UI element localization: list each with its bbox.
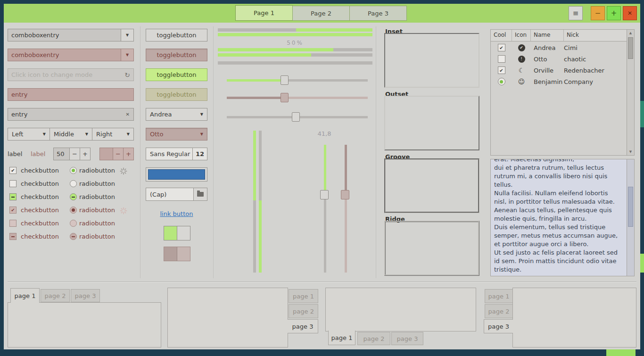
vprogressbar-fill: [253, 131, 256, 200]
scrollbar-thumb[interactable]: [628, 37, 633, 59]
file-chooser-button[interactable]: (Cap): [146, 188, 207, 201]
close-button[interactable]: ✕: [623, 6, 637, 20]
radiobutton-selected[interactable]: [70, 167, 77, 174]
row-checkbox-checked[interactable]: ✔: [498, 66, 505, 74]
column-header-icon[interactable]: Icon: [512, 30, 531, 41]
notebook-bottom-tab-page2[interactable]: page 2: [357, 332, 390, 345]
column-header-nick[interactable]: Nick: [564, 30, 627, 41]
spinbutton-value[interactable]: 50: [54, 148, 69, 160]
switch-on[interactable]: [164, 226, 190, 240]
dropdown-middle[interactable]: Middle ▼: [50, 128, 92, 141]
vprogressbar-trough: [259, 131, 262, 200]
spinbutton-decrement[interactable]: −: [69, 148, 80, 160]
file-chooser-open-segment[interactable]: [193, 188, 207, 200]
progressbar-fill: [296, 28, 372, 32]
dropdown-right[interactable]: Right ▼: [92, 128, 134, 141]
tab-label: page 3: [75, 292, 96, 299]
cell-name: Benjamin: [531, 78, 564, 85]
switch-knob[interactable]: [177, 226, 190, 240]
textview-text[interactable]: erat. Maecenas dignissim,dui et pharetra…: [494, 159, 625, 275]
radiobutton-label[interactable]: radiobutton: [79, 166, 115, 175]
textview[interactable]: erat. Maecenas dignissim,dui et pharetra…: [490, 159, 635, 276]
label-normal: label: [8, 149, 22, 159]
radiobutton-unselected[interactable]: [70, 180, 77, 187]
scrollbar-thumb[interactable]: [628, 187, 633, 227]
name-combobox[interactable]: Andrea ▼: [146, 108, 207, 121]
spinbutton[interactable]: 50 − +: [53, 148, 91, 160]
notebook-left-tab-page1[interactable]: page 1: [485, 289, 513, 303]
table-row[interactable]: ✔ ✔ Andrea Cimi: [491, 42, 627, 53]
notebook-right-tab-page2[interactable]: page 2: [289, 304, 318, 318]
vscale-knob[interactable]: [320, 190, 329, 199]
titlebar-tab-page3[interactable]: Page 3: [349, 6, 407, 21]
row-radio-selected[interactable]: [498, 78, 505, 85]
notebook-bottom-tab-page3[interactable]: page 3: [391, 332, 423, 345]
chevron-down-icon: ▼: [85, 132, 88, 136]
notebook-right-tab-page1[interactable]: page 1: [289, 289, 318, 303]
treeview-scrollbar[interactable]: ▲ ▼: [627, 30, 634, 155]
radiobutton-label[interactable]: radiobutton: [79, 192, 115, 202]
cell-nick: Redenbacher: [564, 67, 627, 74]
notebook-right-tab-page3[interactable]: page 3: [288, 319, 318, 333]
link-button[interactable]: link button: [160, 210, 193, 217]
comboboxentry[interactable]: comboboxentry ▼: [8, 29, 134, 41]
clear-icon[interactable]: ✕: [126, 112, 130, 117]
switch-knob: [164, 247, 177, 261]
titlebar-tab-page1[interactable]: Page 1: [235, 5, 293, 21]
titlebar-tab-page2[interactable]: Page 2: [292, 6, 350, 21]
togglebutton-normal[interactable]: togglebutton: [146, 29, 207, 41]
progressbar-fill: [218, 33, 372, 36]
tab-label: page 1: [488, 293, 510, 300]
row-checkbox-checked[interactable]: ✔: [498, 44, 505, 51]
menu-button[interactable]: ≡: [569, 6, 583, 20]
notebook-bottom-tab-page1[interactable]: page 1: [328, 331, 355, 345]
name-combobox-value: Andrea: [150, 111, 172, 118]
entry-clearable[interactable]: entry ✕: [8, 108, 134, 121]
scroll-down-icon[interactable]: ▼: [627, 150, 634, 154]
treeview[interactable]: Cool Icon Name Nick ✔ ✔ Andrea Cimi ! Ot…: [490, 29, 635, 156]
radiobutton-label[interactable]: radiobutton: [79, 179, 115, 189]
column-header-cool[interactable]: Cool: [491, 30, 512, 41]
table-row[interactable]: ✔ ☾ Orville Redenbacher: [491, 65, 627, 76]
row-checkbox-unchecked[interactable]: [498, 55, 505, 63]
notebook-top-tab-page3[interactable]: page 3: [71, 289, 100, 302]
minimize-button[interactable]: −: [591, 6, 605, 20]
togglebutton-active-insensitive: togglebutton: [146, 88, 207, 101]
spinbutton-insensitive-increment: +: [123, 148, 133, 160]
color-button[interactable]: [146, 167, 207, 182]
table-row[interactable]: ☺ Benjamin Company: [491, 76, 627, 87]
checkbutton-mixed[interactable]: [9, 193, 17, 200]
progressbar-right-aligned: [218, 28, 372, 32]
progress-percent-label: 50%: [218, 40, 372, 46]
checkbutton-checked[interactable]: ✔: [9, 167, 17, 174]
font-family-label: Sans Regular: [146, 148, 192, 160]
togglebutton-label: togglebutton: [157, 91, 196, 98]
notebook-left-tab-page2[interactable]: page 2: [485, 304, 513, 318]
font-button[interactable]: Sans Regular 12: [146, 148, 207, 160]
moon-icon: ☾: [519, 67, 525, 74]
spinbutton-increment[interactable]: +: [80, 148, 90, 160]
hscale-plain-knob[interactable]: [292, 112, 300, 122]
togglebutton-active[interactable]: togglebutton: [146, 68, 207, 81]
circle-exclaim-icon: !: [518, 56, 525, 63]
dropdown-left[interactable]: Left ▼: [8, 128, 50, 141]
hscale-knob[interactable]: [281, 75, 289, 85]
frame-groove: [384, 158, 479, 213]
textview-scrollbar[interactable]: [627, 159, 634, 276]
notebook-top-tab-page2[interactable]: page 2: [41, 289, 70, 302]
checkbutton-unchecked[interactable]: [9, 180, 17, 187]
notebook-top-tab-page1[interactable]: page 1: [10, 288, 40, 303]
notebook-left-tab-page3[interactable]: page 3: [484, 319, 513, 333]
pane-separator-2: [213, 26, 214, 278]
refresh-icon[interactable]: ↻: [124, 71, 130, 79]
spinbutton-insensitive-value: [100, 148, 113, 160]
table-row[interactable]: ! Otto chaotic: [491, 53, 627, 65]
scroll-up-icon[interactable]: ▲: [627, 31, 634, 35]
checkbutton-label[interactable]: checkbutton: [21, 192, 59, 202]
column-header-name[interactable]: Name: [531, 30, 564, 41]
checkbutton-label[interactable]: checkbutton: [21, 166, 59, 175]
comboboxentry-dropdown-button[interactable]: ▼: [121, 29, 133, 41]
radiobutton-mixed[interactable]: [70, 193, 77, 200]
maximize-button[interactable]: +: [607, 6, 621, 20]
checkbutton-label[interactable]: checkbutton: [21, 179, 59, 189]
